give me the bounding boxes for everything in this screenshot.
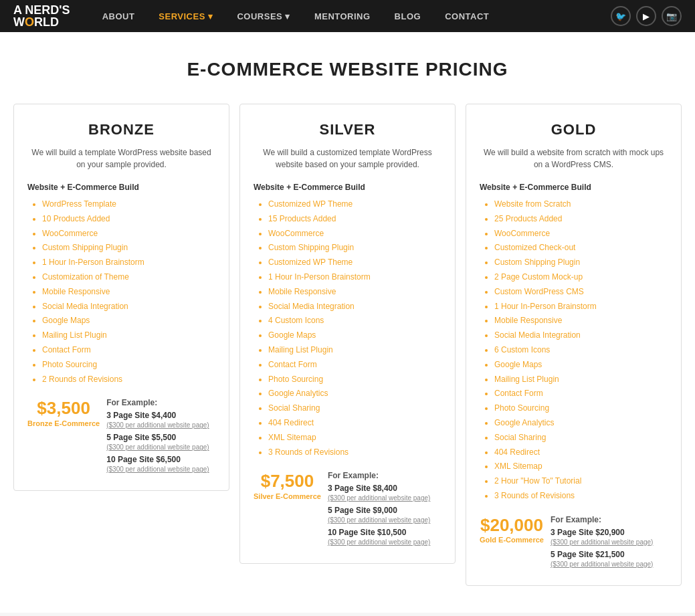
price-label: Bronze E-Commerce [27,419,100,427]
pricing-grid: BRONZE We will build a template WordPres… [13,104,682,586]
nav-links: ABOUT SERVICES ▾ COURSES ▾ MENTORING BLO… [90,0,611,32]
feature-list: WordPress Template10 Products AddedWooCo… [27,199,215,385]
section-label: Website + E-Commerce Build [480,183,668,192]
nav-services[interactable]: SERVICES ▾ [146,0,225,32]
feature-item: WooCommerce [268,228,441,239]
big-price: $20,000 [480,515,544,536]
feature-item: Mailing List Plugin [494,374,668,385]
price-examples: For Example: 3 Page Site $4,400 ($300 pe… [106,398,215,477]
price-row: 5 Page Site $9,000 [328,506,441,515]
feature-item: 2 Rounds of Revisions [42,374,215,385]
feature-item: 404 Redirect [494,447,668,458]
price-row: 5 Page Site $5,500 [106,433,215,442]
price-row: 10 Page Site $10,500 [328,528,441,537]
price-row: 3 Page Site $20,900 [551,528,668,537]
social-icons: 🐦 ▶ 📷 [611,6,682,26]
feature-item: Custom Shipping Plugin [268,242,441,253]
feature-item: WooCommerce [42,228,215,239]
feature-item: WooCommerce [494,228,668,239]
feature-item: Photo Sourcing [268,374,441,385]
pricing-bottom: $7,500 Silver E-Commerce For Example: 3 … [254,471,441,550]
price-left: $20,000 Gold E-Commerce [480,515,544,544]
feature-item: Custom Shipping Plugin [42,242,215,253]
plan-description: We will build a template WordPress websi… [27,146,215,171]
price-note: ($300 per additional website page) [551,538,668,546]
page-title: E-COMMERCE WEBSITE PRICING [13,59,682,80]
feature-item: Mobile Responsive [268,286,441,298]
plan-description: We will build a website from scratch wit… [480,146,668,171]
big-price: $3,500 [27,398,100,419]
feature-item: Social Media Integration [494,330,668,341]
price-note: ($300 per additional website page) [328,516,441,524]
feature-item: Social Sharing [494,432,668,443]
feature-item: 1 Hour In-Person Brainstorm [494,301,668,312]
feature-item: Photo Sourcing [42,359,215,371]
price-label: Gold E-Commerce [480,536,544,544]
feature-item: Mobile Responsive [494,315,668,326]
plan-description: We will build a customized template Word… [254,146,441,171]
feature-item: 1 Hour In-Person Brainstorm [268,272,441,283]
feature-item: 3 Rounds of Revisions [494,490,668,502]
price-left: $3,500 Bronze E-Commerce [27,398,100,427]
twitter-icon[interactable]: 🐦 [611,6,631,26]
feature-item: Social Sharing [268,403,441,414]
plan-bronze: BRONZE We will build a template WordPres… [13,104,229,491]
price-note: ($300 per additional website page) [106,421,215,429]
feature-item: XML Sitemap [268,432,441,443]
instagram-icon[interactable]: 📷 [662,6,682,26]
feature-item: 404 Redirect [268,417,441,429]
feature-item: 10 Products Added [42,213,215,225]
plan-title: BRONZE [27,121,215,138]
feature-item: Custom WordPress CMS [494,286,668,298]
feature-item: Website from Scratch [494,199,668,210]
main-content: E-COMMERCE WEBSITE PRICING BRONZE We wil… [0,32,695,613]
section-label: Website + E-Commerce Build [27,183,215,192]
feature-item: 15 Products Added [268,213,441,225]
feature-item: Google Maps [42,315,215,326]
feature-item: 3 Rounds of Revisions [268,447,441,458]
feature-item: Google Analytics [268,388,441,399]
price-label: Silver E-Commerce [254,492,321,500]
feature-item: 1 Hour In-Person Brainstorm [42,257,215,268]
feature-item: 4 Custom Icons [268,315,441,326]
price-examples: For Example: 3 Page Site $20,900 ($300 p… [551,515,668,572]
navbar: A NERD'S WORLD ABOUT SERVICES ▾ COURSES … [0,0,695,32]
nav-blog[interactable]: BLOG [383,0,433,32]
price-row: 3 Page Site $8,400 [328,484,441,493]
pricing-bottom: $20,000 Gold E-Commerce For Example: 3 P… [480,515,668,572]
site-logo[interactable]: A NERD'S WORLD [13,4,70,28]
price-note: ($300 per additional website page) [106,466,215,473]
feature-item: 2 Hour "How To" Tutorial [494,476,668,487]
feature-item: Customization of Theme [42,272,215,283]
feature-item: Mailing List Plugin [268,344,441,356]
nav-about[interactable]: ABOUT [90,0,147,32]
feature-item: 6 Custom Icons [494,344,668,356]
feature-item: Custom Shipping Plugin [494,257,668,268]
plan-gold: GOLD We will build a website from scratc… [466,104,682,586]
example-title: For Example: [551,515,668,524]
feature-item: Social Media Integration [42,301,215,312]
price-note: ($300 per additional website page) [328,494,441,502]
feature-item: Google Maps [494,359,668,371]
feature-item: Photo Sourcing [494,403,668,414]
price-row: 5 Page Site $21,500 [551,550,668,559]
feature-item: 25 Products Added [494,213,668,225]
price-note: ($300 per additional website page) [551,560,668,568]
nav-courses[interactable]: COURSES ▾ [225,0,302,32]
example-title: For Example: [328,471,441,480]
feature-item: Google Analytics [494,417,668,429]
plan-title: GOLD [480,121,668,138]
feature-list: Website from Scratch25 Products AddedWoo… [480,199,668,502]
price-left: $7,500 Silver E-Commerce [254,471,321,500]
section-label: Website + E-Commerce Build [254,183,441,192]
youtube-icon[interactable]: ▶ [636,6,656,26]
plan-silver: SILVER We will build a customized templa… [239,104,456,564]
price-note: ($300 per additional website page) [106,443,215,451]
price-examples: For Example: 3 Page Site $8,400 ($300 pe… [328,471,441,550]
price-note: ($300 per additional website page) [328,538,441,546]
nav-contact[interactable]: CONTACT [433,0,501,32]
nav-mentoring[interactable]: MENTORING [302,0,383,32]
feature-item: Mailing List Plugin [42,330,215,341]
feature-item: Contact Form [494,388,668,399]
price-row: 10 Page Site $6,500 [106,455,215,464]
